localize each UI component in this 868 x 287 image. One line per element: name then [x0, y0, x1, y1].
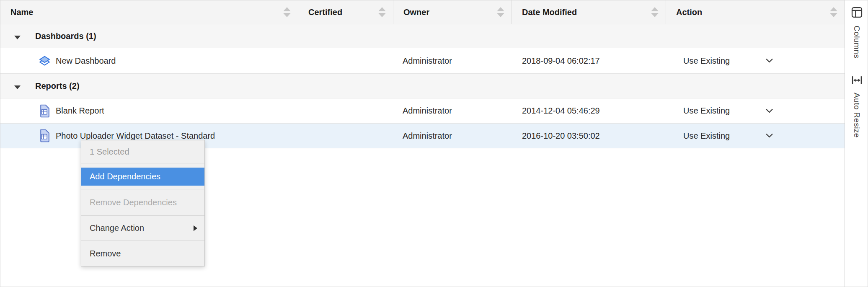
menu-spacer — [81, 163, 204, 168]
row-date-modified: 2018-09-04 06:02:17 — [522, 48, 600, 73]
row-owner: Administrator — [403, 124, 452, 148]
collapse-caret-icon[interactable] — [14, 34, 21, 41]
submenu-arrow-icon — [194, 225, 198, 231]
menu-item-change-action-label: Change Action — [90, 223, 144, 233]
chevron-down-icon[interactable] — [766, 59, 773, 63]
collapse-caret-icon[interactable] — [14, 84, 21, 91]
row-date-modified: 2014-12-04 05:46:29 — [522, 98, 600, 123]
column-header-name-label: Name — [10, 8, 33, 17]
right-toolbar: Columns Auto Resize — [845, 0, 868, 287]
row-owner: Administrator — [403, 48, 452, 73]
column-header-certified[interactable]: Certified — [298, 0, 393, 24]
row-name: Blank Report — [56, 98, 104, 123]
chevron-down-icon[interactable] — [766, 109, 773, 113]
column-header-date-modified-label: Date Modified — [522, 8, 577, 17]
columns-icon — [851, 7, 863, 20]
column-header-name[interactable]: Name — [0, 0, 298, 24]
menu-item-remove-dependencies: Remove Dependencies — [81, 189, 204, 215]
group-row-dashboards[interactable]: Dashboards (1) — [0, 24, 845, 48]
column-header-action-label: Action — [676, 8, 702, 17]
row-date-modified: 2016-10-20 03:50:02 — [522, 124, 600, 148]
column-header-date-modified[interactable]: Date Modified — [512, 0, 666, 24]
context-menu: 1 Selected Add Dependencies Remove Depen… — [81, 140, 205, 266]
dependency-table-window: Name Certified Owner Date Modified Actio… — [0, 0, 868, 287]
column-header-owner-label: Owner — [403, 8, 429, 17]
group-label: Reports (2) — [35, 74, 80, 98]
report-icon — [39, 104, 49, 117]
columns-button-label: Columns — [852, 26, 861, 58]
auto-resize-button[interactable]: Auto Resize — [845, 75, 868, 138]
table-header: Name Certified Owner Date Modified Actio… — [0, 0, 845, 24]
group-row-reports[interactable]: Reports (2) — [0, 74, 845, 98]
columns-button[interactable]: Columns — [845, 7, 868, 58]
sort-arrows-icon — [496, 7, 505, 20]
sort-arrows-icon — [283, 7, 291, 20]
row-name: New Dashboard — [56, 48, 116, 73]
sort-arrows-icon — [378, 7, 386, 20]
action-dropdown-value[interactable]: Use Existing — [683, 124, 730, 148]
menu-item-remove[interactable]: Remove — [81, 240, 204, 266]
table-row[interactable]: Blank Report Administrator 2014-12-04 05… — [0, 98, 845, 124]
auto-resize-icon — [851, 75, 863, 87]
context-menu-selection-count: 1 Selected — [81, 140, 204, 163]
column-header-owner[interactable]: Owner — [393, 0, 512, 24]
row-owner: Administrator — [403, 98, 452, 123]
column-header-action[interactable]: Action — [666, 0, 845, 24]
action-dropdown-value[interactable]: Use Existing — [683, 48, 730, 73]
sort-arrows-icon — [651, 7, 659, 20]
menu-item-add-dependencies[interactable]: Add Dependencies — [81, 168, 204, 186]
report-icon — [39, 129, 49, 142]
sort-arrows-icon — [829, 7, 838, 20]
menu-spacer — [81, 186, 204, 189]
menu-item-change-action[interactable]: Change Action — [81, 215, 204, 240]
column-header-certified-label: Certified — [308, 8, 342, 17]
table-row[interactable]: New Dashboard Administrator 2018-09-04 0… — [0, 48, 845, 74]
chevron-down-icon[interactable] — [766, 134, 773, 138]
group-label: Dashboards (1) — [35, 24, 96, 48]
dashboard-icon — [39, 55, 50, 67]
action-dropdown-value[interactable]: Use Existing — [683, 98, 730, 123]
auto-resize-button-label: Auto Resize — [852, 93, 861, 138]
